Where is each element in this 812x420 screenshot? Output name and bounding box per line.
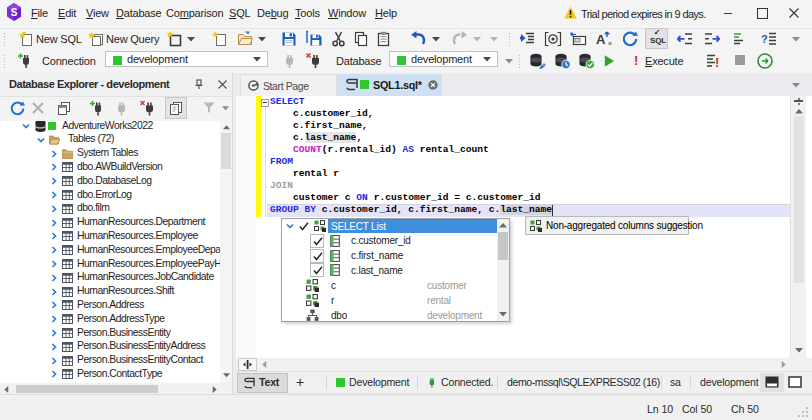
svg-text:?: ? bbox=[761, 33, 768, 45]
svg-text:S: S bbox=[11, 7, 18, 18]
svg-text:!: ! bbox=[715, 55, 719, 70]
